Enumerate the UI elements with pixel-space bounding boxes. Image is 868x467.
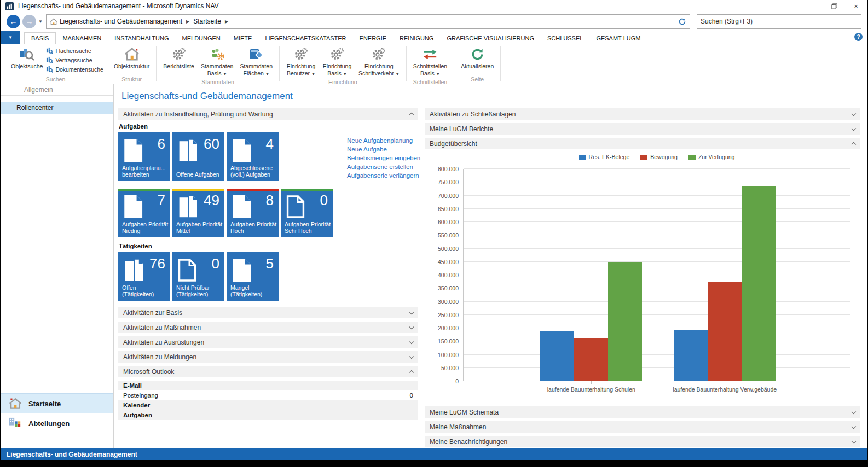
tile-aufgabenplanung-bearbeiten[interactable]: 6Aufgabenplanu... bearbeiten [118, 132, 170, 181]
role-center-content: Liegenschafts-und Gebäudemanagement Akti… [114, 84, 867, 448]
tab-schluessel[interactable]: SCHLÜSSEL [541, 33, 589, 44]
tile-abgeschlossene-aufgaben[interactable]: 4Abgeschlossene (voll.) Aufgaben [227, 132, 279, 181]
close-button[interactable]: × [845, 0, 867, 12]
bar-res-ek-belege[interactable] [674, 330, 708, 381]
tile-offen-taetigkeiten[interactable]: 76Offen (Tätigkeiten) [118, 252, 170, 301]
tab-instandhaltung[interactable]: INSTANDHALTUNG [108, 33, 175, 44]
nav-item-abteilungen[interactable]: Abteilungen [1, 413, 113, 433]
address-bar[interactable]: Liegenschafts- und Gebäudemanagement ▶ S… [46, 14, 690, 29]
back-button[interactable]: ← [7, 15, 20, 28]
link-aufgabenserie-verlaengern[interactable]: Aufgabenserie verlängern [347, 172, 420, 179]
dokumentensuche-button[interactable]: Dokumentensuche [46, 66, 103, 73]
tab-grafische-visualisierung[interactable]: GRAFISCHE VISUALISIERUNG [440, 33, 541, 44]
breadcrumb-page[interactable]: Startseite [193, 17, 221, 25]
accordion-meine-massnahmen[interactable]: Meine Maßnahmen [425, 421, 860, 433]
restore-button[interactable] [823, 0, 845, 12]
bar-zur-verf-gung[interactable] [608, 262, 642, 381]
tile-mangel-taetigkeiten[interactable]: 5Mangel (Tätigkeiten) [227, 252, 279, 301]
help-icon[interactable]: ? [854, 33, 863, 41]
outlook-aufgaben-header: Aufgaben [118, 410, 418, 420]
stammdaten-basis-button[interactable]: StammdatenBasis▼ [198, 45, 237, 78]
tab-liegenschaftskataster[interactable]: LIEGENSCHAFTSKATASTER [258, 33, 352, 44]
tab-massnahmen[interactable]: MAßNAHMEN [56, 33, 108, 44]
refresh-icon[interactable] [678, 17, 686, 26]
breadcrumb-root[interactable]: Liegenschafts- und Gebäudemanagement [60, 17, 182, 25]
bar-zur-verf-gung[interactable] [742, 186, 776, 381]
ribbon-group-label: Struktur [121, 75, 142, 84]
documents-stack-icon [123, 259, 143, 282]
vertragssuche-button[interactable]: Vertragssuche [46, 56, 103, 63]
x-axis-category-label: laufende Bauunterhaltung Schulen [547, 386, 635, 393]
dropdown-arrow-icon: ▼ [265, 72, 269, 76]
outlook-posteingang-row[interactable]: Posteingang0 [118, 390, 418, 400]
nav-item-startseite[interactable]: Startseite [1, 393, 113, 413]
objektsuche-button[interactable]: Objektsuche [8, 45, 46, 71]
y-axis-tick-label: 650.000 [438, 206, 459, 212]
aktualisieren-button[interactable]: Aktualisieren [458, 45, 497, 71]
bar-bewegung[interactable] [574, 338, 608, 381]
ribbon-group-label: Seite [471, 75, 484, 84]
tile-prioritaet-mittel[interactable]: 49Aufgaben Priorität Mittel [172, 189, 224, 237]
forward-button[interactable]: → [22, 15, 36, 28]
accordion-schliessanlagen[interactable]: Aktivitäten zu Schließanlagen [425, 108, 860, 120]
link-betriebsmengen-eingeben[interactable]: Betriebsmengen eingeben [347, 155, 420, 161]
accordion-basis[interactable]: Aktivitäten zur Basis [118, 307, 418, 318]
legend-swatch [640, 155, 647, 160]
accordion-massnahmen[interactable]: Aktivitäten zu Maßnahmen [118, 322, 418, 333]
tile-prioritaet-hoch[interactable]: 8Aufgaben Priorität Hoch [227, 189, 279, 237]
tab-energie[interactable]: ENERGIE [353, 33, 394, 44]
y-axis-tick-label: 100.000 [438, 352, 459, 358]
link-aufgabenserie-erstellen[interactable]: Aufgabenserie erstellen [347, 164, 420, 170]
accordion-meine-lugm-schemata[interactable]: Meine LuGM Schemata [425, 406, 860, 418]
tab-meldungen[interactable]: MELDUNGEN [176, 33, 227, 44]
gear-icon [372, 47, 386, 61]
y-axis-tick-label: 450.000 [438, 259, 459, 265]
tab-miete[interactable]: MIETE [227, 33, 259, 44]
outlook-kalender-header: Kalender [118, 400, 418, 410]
accordion-microsoft-outlook[interactable]: Microsoft Outlook [118, 366, 418, 377]
taetigkeiten-heading: Tätigkeiten [119, 243, 418, 249]
objektstruktur-button[interactable]: Objektstruktur [111, 45, 153, 71]
tile-offene-aufgaben[interactable]: 60Offene Aufgaben [172, 132, 224, 181]
ribbon-group-struktur: Objektstruktur Struktur [107, 44, 156, 84]
application-menu-button[interactable]: ▼ [1, 31, 20, 44]
dropdown-arrow-icon: ▼ [223, 72, 227, 76]
schnittstellen-basis-button[interactable]: SchnittstellenBasis▼ [410, 45, 450, 78]
tab-reinigung[interactable]: REINIGUNG [393, 33, 440, 44]
budget-chart: Res. EK-BelegeBewegungZur Verfügung 050.… [427, 153, 858, 400]
y-axis-tick-label: 600.000 [438, 219, 459, 225]
accordion-meine-benachrichtigungen[interactable]: Meine Benachrichtigungen [425, 436, 860, 447]
ribbon-group-label: Suchen [46, 75, 66, 84]
accordion-ausruestungen[interactable]: Aktivitäten zu Ausrüstungen [118, 336, 418, 348]
dropdown-arrow-icon: ▼ [343, 72, 347, 76]
bar-bewegung[interactable] [708, 282, 742, 381]
tile-prioritaet-sehr-hoch[interactable]: 0Aufgaben Priorität Sehr Hoch [281, 189, 333, 237]
legend-item: Bewegung [640, 154, 678, 160]
accordion-meldungen[interactable]: Aktivitäten zu Meldungen [118, 351, 418, 363]
document-icon [232, 259, 251, 282]
minimize-button[interactable]: – [801, 0, 823, 12]
accordion-budgetuebersicht[interactable]: Budgetübersicht [425, 138, 860, 149]
tile-prioritaet-niedrig[interactable]: 7Aufgaben Priorität Niedrig [118, 189, 170, 237]
nav-history-dropdown-icon[interactable]: ▼ [38, 19, 43, 24]
tab-basis[interactable]: BASIS [24, 32, 56, 44]
dropdown-arrow-icon: ▼ [396, 72, 400, 76]
link-neue-aufgabe[interactable]: Neue Aufgabe [347, 146, 420, 153]
tab-gesamt-lugm[interactable]: GESAMT LUGM [589, 33, 647, 44]
page-title: Liegenschafts-und Gebäudemanagement [121, 91, 860, 102]
accordion-instandhaltung[interactable]: Aktivitäten zu Instandhaltung, Prüfung u… [118, 108, 418, 120]
berichtsliste-button[interactable]: Berichtsliste [160, 45, 198, 71]
accordion-meine-lugm-berichte[interactable]: Meine LuGM Berichte [425, 123, 860, 135]
link-neue-aufgabenplanung[interactable]: Neue Aufgabenplanung [347, 137, 420, 144]
bar-res-ek-belege[interactable] [540, 331, 574, 381]
einrichtung-benutzer-button[interactable]: EinrichtungBenutzer▼ [283, 45, 319, 78]
einrichtung-schriftverkehr-button[interactable]: EinrichtungSchriftverkehr▼ [355, 45, 403, 78]
nav-item-rollencenter[interactable]: Rollencenter [1, 102, 113, 114]
chart-plot-area: 050.000100.000150.000200.000250.000300.0… [463, 169, 850, 381]
flaechensuche-button[interactable]: Flächensuche [46, 47, 103, 54]
stammdaten-flaechen-button[interactable]: StammdatenFlächen▼ [236, 45, 276, 78]
document-outline-icon [286, 195, 305, 218]
search-input[interactable] [697, 14, 861, 29]
einrichtung-basis-button[interactable]: EinrichtungBasis▼ [319, 45, 355, 78]
tile-nicht-pruefbar-taetigkeiten[interactable]: 0Nicht Prüfbar (Tätigkeiten) [172, 252, 224, 301]
